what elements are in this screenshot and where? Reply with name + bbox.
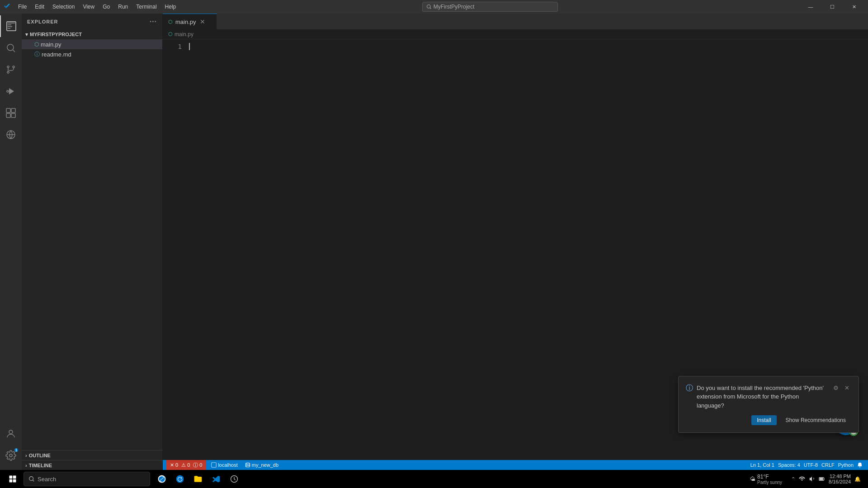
- activity-explorer[interactable]: [0, 15, 22, 37]
- status-encoding-text: UTF-8: [804, 462, 818, 468]
- menu-selection[interactable]: Selection: [49, 0, 78, 14]
- menu-help[interactable]: Help: [161, 0, 180, 14]
- menu-terminal[interactable]: Terminal: [132, 0, 160, 14]
- menu-edit[interactable]: Edit: [31, 0, 48, 14]
- status-db[interactable]: my_new_db: [243, 460, 280, 470]
- info-icon: ⓘ: [686, 384, 693, 393]
- svg-point-7: [7, 66, 9, 68]
- activity-accounts[interactable]: [0, 423, 22, 445]
- menu-view[interactable]: View: [79, 0, 98, 14]
- start-button[interactable]: [4, 470, 22, 488]
- file-item-mainpy[interactable]: ⬡ main.py: [22, 39, 162, 49]
- python-file-icon: ⬡: [34, 41, 39, 47]
- activity-bar: 1: [0, 14, 22, 470]
- activity-search[interactable]: [0, 37, 22, 59]
- minimize-button[interactable]: —: [800, 0, 821, 14]
- svg-point-5: [7, 71, 9, 73]
- file-name-mainpy: main.py: [41, 41, 61, 48]
- menu-go[interactable]: Go: [99, 0, 113, 14]
- status-line-ending[interactable]: CRLF: [820, 460, 836, 470]
- timeline-section[interactable]: › TIMELINE: [22, 460, 162, 470]
- tab-close-mainpy[interactable]: ✕: [199, 18, 206, 25]
- sidebar: Explorer ⋯ ▾ MYFIRSTPYPROJECT ⬡ main.py …: [22, 14, 163, 470]
- sidebar-bottom: › OUTLINE › TIMELINE: [22, 450, 162, 470]
- notification-header: ⓘ Do you want to install the recommended…: [686, 384, 851, 410]
- sidebar-more-button[interactable]: ⋯: [149, 17, 157, 26]
- show-recommendations-button[interactable]: Show Recommendations: [780, 415, 851, 425]
- chevron-right-icon-timeline: ›: [25, 463, 27, 468]
- status-remote[interactable]: localhost: [209, 460, 239, 470]
- tab-mainpy[interactable]: ⬡ main.py ✕: [163, 14, 217, 29]
- status-host: localhost: [218, 462, 237, 468]
- title-search-text: MyFirstPyProject: [434, 4, 475, 10]
- line-number-1: 1: [163, 43, 182, 50]
- maximize-button[interactable]: ☐: [822, 0, 843, 14]
- title-search-box[interactable]: MyFirstPyProject: [422, 2, 558, 12]
- status-spaces[interactable]: Spaces: 4: [776, 460, 802, 470]
- outline-label: OUTLINE: [29, 453, 51, 458]
- status-language-text: Python: [838, 462, 854, 468]
- window-controls: — ☐ ✕: [800, 0, 864, 14]
- svg-point-6: [13, 66, 14, 68]
- activity-manage[interactable]: 1: [0, 445, 22, 466]
- title-bar: File Edit Selection View Go Run Terminal…: [0, 0, 868, 14]
- taskbar-edge-icon[interactable]: [172, 471, 188, 487]
- install-button[interactable]: Install: [751, 415, 776, 425]
- manage-badge: 1: [14, 448, 18, 452]
- status-errors[interactable]: ✕ 0 ⚠ 0 ⓘ 0: [166, 460, 206, 470]
- editor-area: ⬡ main.py ✕ ⬡ main.py 1 ⓘ Do you want to…: [163, 14, 868, 470]
- notification-actions: Install Show Recommendations: [686, 415, 851, 425]
- taskbar-search-placeholder: Search: [38, 476, 56, 483]
- status-encoding[interactable]: UTF-8: [802, 460, 820, 470]
- taskbar-search-box[interactable]: Search: [24, 472, 150, 486]
- tab-label-mainpy: main.py: [175, 19, 196, 25]
- svg-rect-13: [6, 113, 10, 117]
- warning-count: 0: [187, 462, 190, 468]
- activity-source-control[interactable]: [0, 59, 22, 80]
- status-language[interactable]: Python: [836, 460, 855, 470]
- error-icon: ✕: [170, 462, 174, 468]
- activity-run-debug[interactable]: [0, 80, 22, 102]
- status-line-col-text: Ln 1, Col 1: [750, 462, 774, 468]
- folder-name: MYFIRSTPYPROJECT: [30, 32, 82, 37]
- svg-rect-14: [11, 113, 15, 117]
- taskbar-vscode-icon[interactable]: [208, 471, 224, 487]
- taskbar-browser-icon[interactable]: [154, 471, 170, 487]
- svg-point-18: [9, 454, 12, 457]
- notification-bell[interactable]: 🔔: [854, 476, 861, 482]
- menu-file[interactable]: File: [14, 0, 30, 14]
- editor-content[interactable]: 1 ⓘ Do you want to install the recommend…: [163, 39, 868, 460]
- notification-python-extension: ⓘ Do you want to install the recommended…: [678, 376, 859, 433]
- taskbar-files-icon[interactable]: [190, 471, 206, 487]
- warning-icon: ⚠: [181, 462, 186, 468]
- tab-bar: ⬡ main.py ✕: [163, 14, 868, 29]
- weather-widget[interactable]: 🌤 81°F Partly sunny: [746, 474, 786, 485]
- folder-header[interactable]: ▾ MYFIRSTPYPROJECT: [22, 29, 162, 39]
- activity-remote-explorer[interactable]: [0, 124, 22, 145]
- volume-icon: [809, 476, 815, 482]
- notification-close-button[interactable]: ✕: [842, 384, 851, 393]
- breadcrumb-path: main.py: [175, 31, 193, 38]
- outline-section[interactable]: › OUTLINE: [22, 450, 162, 460]
- status-notifications[interactable]: [855, 460, 864, 470]
- file-item-readmemd[interactable]: ⓘ readme.md: [22, 49, 162, 59]
- vscode-logo: [4, 3, 11, 10]
- svg-rect-31: [820, 478, 823, 480]
- status-line-ending-text: CRLF: [821, 462, 835, 468]
- notification-settings-button[interactable]: ⚙: [831, 384, 840, 393]
- menu-run[interactable]: Run: [114, 0, 132, 14]
- svg-rect-25: [13, 479, 16, 483]
- status-line-col[interactable]: Ln 1, Col 1: [749, 460, 776, 470]
- activity-extensions[interactable]: [0, 102, 22, 124]
- clock-time[interactable]: 12:48 PM 8/16/2024: [829, 474, 851, 484]
- status-spaces-text: Spaces: 4: [778, 462, 800, 468]
- close-button[interactable]: ✕: [844, 0, 864, 14]
- network-icon: [799, 476, 805, 482]
- svg-line-4: [13, 50, 15, 52]
- svg-point-17: [9, 430, 13, 434]
- status-bar-right: Ln 1, Col 1 Spaces: 4 UTF-8 CRLF Python: [749, 460, 864, 470]
- taskbar-clock-icon[interactable]: [226, 471, 242, 487]
- error-count: 0: [175, 462, 178, 468]
- file-name-readmemd: readme.md: [42, 51, 71, 58]
- system-tray-up[interactable]: ⌃: [791, 476, 795, 482]
